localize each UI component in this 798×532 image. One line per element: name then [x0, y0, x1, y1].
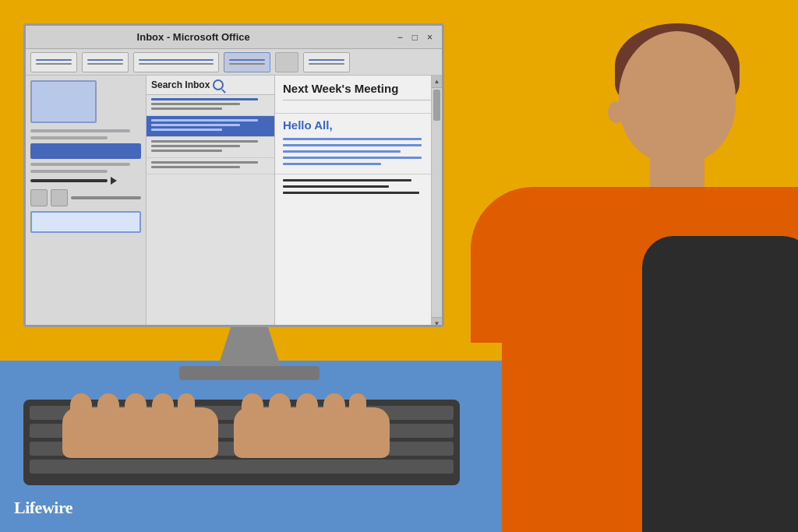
nav-item: [30, 163, 130, 166]
body-line: [283, 150, 401, 153]
email-list-item[interactable]: [147, 95, 274, 116]
finger: [97, 393, 119, 417]
finger: [242, 393, 263, 417]
hand-left: [62, 407, 218, 458]
bottom-controls: [30, 189, 141, 206]
search-bar: Search Inbox: [147, 76, 274, 95]
toolbar-button-2[interactable]: [82, 52, 129, 72]
email-line: [151, 161, 258, 164]
monitor-base: [179, 366, 320, 380]
email-line: [151, 140, 258, 143]
btn-line: [139, 59, 214, 61]
person-figure: [471, 0, 798, 532]
finger: [323, 393, 345, 417]
email-line: [151, 166, 240, 168]
finger: [296, 393, 318, 417]
toolbar-button-6[interactable]: [303, 52, 350, 72]
body-line: [283, 179, 411, 181]
lifewire-logo: Lifewire: [14, 498, 72, 518]
finger: [125, 393, 147, 417]
btn-line: [309, 59, 344, 61]
email-line: [151, 150, 222, 152]
left-panel: [26, 76, 147, 327]
btn-line: [229, 63, 265, 65]
email-line: [151, 98, 258, 100]
btn-line: [36, 63, 72, 65]
toolbar-button-4[interactable]: [224, 52, 270, 72]
email-line: [151, 119, 258, 122]
email-list-panel: Search Inbox: [147, 76, 275, 327]
compose-button[interactable]: [30, 211, 141, 233]
small-button-2[interactable]: [51, 189, 68, 206]
nav-line: [30, 179, 108, 182]
email-below-fold: [275, 174, 442, 203]
nav-item: [30, 129, 130, 132]
finger: [269, 393, 291, 417]
window-title: Inbox - Microsoft Office: [137, 31, 250, 43]
person-ear: [608, 101, 625, 123]
body-line: [283, 144, 422, 146]
finger: [349, 393, 366, 410]
btn-line: [229, 59, 265, 61]
email-subject: Next Week's Meeting: [283, 82, 434, 95]
email-list-item[interactable]: [147, 137, 274, 158]
nav-arrow-item: [30, 177, 141, 185]
search-inbox-label[interactable]: Search Inbox: [151, 79, 210, 90]
email-list-item-selected[interactable]: [147, 116, 274, 137]
email-list-item[interactable]: [147, 158, 274, 174]
title-bar: Inbox - Microsoft Office − □ ×: [26, 26, 442, 49]
nav-item-selected[interactable]: [30, 143, 141, 159]
toolbar-button-5[interactable]: [275, 52, 298, 72]
finger: [70, 393, 92, 417]
email-line: [151, 145, 240, 147]
email-content-panel: ▲ ▼ Next Week's Meeting Hello All,: [275, 76, 442, 327]
search-icon: [213, 79, 224, 90]
btn-line: [36, 59, 72, 61]
email-line: [151, 103, 240, 105]
monitor-screen: Inbox - Microsoft Office − □ ×: [23, 23, 444, 327]
folder-icon: [30, 80, 97, 123]
scroll-down-button[interactable]: ▼: [432, 317, 442, 327]
body-line: [283, 163, 381, 165]
keyboard-row: [30, 460, 454, 474]
scrollbar[interactable]: ▲ ▼: [431, 76, 442, 327]
arrow-right-icon: [111, 177, 117, 185]
hands: [62, 388, 436, 458]
person-head: [619, 31, 736, 164]
content-area: Search Inbox: [26, 76, 442, 327]
btn-line: [87, 59, 123, 61]
minimize-button[interactable]: −: [394, 32, 406, 43]
email-line: [151, 107, 222, 110]
btn-line: [87, 63, 123, 65]
scene: Inbox - Microsoft Office − □ ×: [0, 0, 798, 532]
body-line: [283, 157, 422, 159]
window-controls: − □ ×: [394, 32, 436, 43]
body-line: [283, 192, 419, 194]
email-greeting: Hello All,: [283, 118, 434, 132]
monitor-stand: [218, 327, 281, 366]
btn-line: [309, 63, 344, 65]
scroll-thumb[interactable]: [433, 90, 440, 121]
body-line: [283, 138, 422, 140]
toolbar-button-3[interactable]: [133, 52, 219, 72]
body-line: [283, 185, 389, 188]
small-button-1[interactable]: [30, 189, 48, 206]
email-separator: [283, 100, 434, 100]
email-body: Hello All,: [275, 114, 442, 174]
maximize-button[interactable]: □: [409, 32, 421, 43]
email-line: [151, 129, 222, 131]
toolbar: [26, 49, 442, 76]
close-button[interactable]: ×: [424, 32, 436, 43]
monitor-container: Inbox - Microsoft Office − □ ×: [23, 23, 475, 380]
nav-item: [30, 136, 108, 139]
status-line: [71, 196, 141, 199]
scroll-up-button[interactable]: ▲: [432, 76, 442, 88]
finger: [178, 393, 195, 410]
finger: [152, 393, 174, 417]
email-header: Next Week's Meeting: [275, 76, 442, 114]
nav-item: [30, 170, 108, 173]
person-jacket: [642, 236, 798, 532]
toolbar-button-1[interactable]: [30, 52, 77, 72]
email-line: [151, 124, 240, 126]
btn-line: [139, 63, 214, 65]
